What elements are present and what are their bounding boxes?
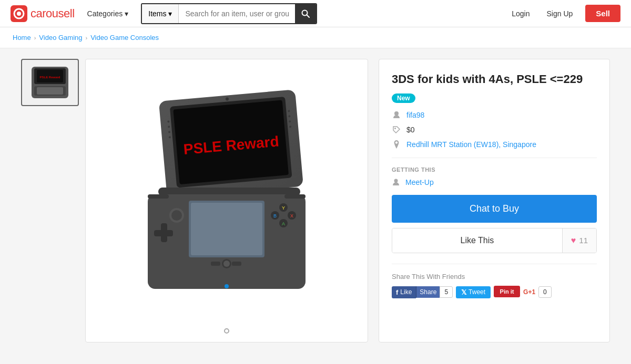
price-row: $0 — [392, 125, 597, 134]
user-icon — [392, 110, 401, 120]
login-button[interactable]: Login — [507, 9, 534, 18]
image-dot-indicator — [224, 328, 229, 334]
chevron-down-icon: ▾ — [168, 9, 172, 18]
search-icon — [301, 9, 310, 18]
pinterest-icon: Pin it — [494, 286, 520, 297]
location-icon — [392, 140, 401, 149]
search-area: Items ▾ — [141, 3, 317, 24]
svg-point-34 — [223, 261, 230, 267]
search-type-label: Items — [148, 9, 166, 18]
categories-label: Categories — [87, 9, 123, 18]
svg-rect-32 — [191, 203, 262, 255]
main-image-container: PSLE Reward — [85, 59, 368, 342]
svg-point-49 — [394, 128, 396, 129]
svg-text:X: X — [290, 213, 293, 219]
breadcrumb-subcategory[interactable]: Video Game Consoles — [90, 34, 159, 41]
svg-point-50 — [394, 179, 398, 182]
gplus-icon: G+1 — [523, 288, 535, 296]
meetup-icon — [392, 178, 400, 186]
twitter-icon: 𝕏 — [461, 288, 466, 296]
breadcrumb-category[interactable]: Video Gaming — [39, 34, 82, 41]
svg-text:A: A — [282, 221, 285, 226]
breadcrumb-home[interactable]: Home — [13, 34, 31, 41]
twitter-tweet-button[interactable]: 𝕏 Tweet — [456, 286, 491, 298]
price-icon — [392, 125, 401, 134]
image-section: PSLE Reward PSLE Rewa — [21, 59, 368, 342]
share-section: Share This With Friends f Like Share 5 𝕏… — [392, 264, 597, 299]
facebook-like-label: Like — [400, 288, 412, 296]
seller-name[interactable]: fifa98 — [406, 111, 424, 119]
svg-rect-44 — [232, 262, 241, 266]
svg-rect-28 — [154, 230, 173, 236]
like-number: 11 — [579, 236, 588, 245]
svg-rect-43 — [211, 262, 220, 266]
svg-rect-45 — [148, 194, 169, 199]
facebook-share-button[interactable]: Share — [416, 286, 440, 298]
thumbnail-column: PSLE Reward — [21, 59, 79, 342]
logo[interactable]: carousell — [11, 5, 75, 22]
price-value: $0 — [406, 126, 415, 134]
svg-point-30 — [171, 210, 182, 221]
pinterest-button[interactable]: Pin it — [494, 286, 520, 299]
main-content: PSLE Reward PSLE Rewa — [11, 59, 620, 342]
svg-text:PSLE Reward: PSLE Reward — [39, 76, 60, 79]
facebook-like-button[interactable]: f Like — [392, 286, 416, 298]
product-title: 3DS for kids with 4As, PSLE <=229 — [392, 72, 597, 87]
heart-icon: ♥ — [571, 236, 576, 245]
like-row: Like This ♥ 11 — [392, 228, 597, 253]
meetup-row: Meet-Up — [392, 178, 597, 186]
share-buttons: f Like Share 5 𝕏 Tweet Pin it — [392, 286, 597, 299]
facebook-share-group: f Like Share 5 — [392, 286, 453, 298]
location-link[interactable]: Redhill MRT Station (EW18), Singapore — [406, 140, 536, 149]
condition-badge: New — [392, 93, 415, 103]
divider — [392, 158, 597, 158]
gplus-count: 0 — [538, 286, 552, 298]
chevron-down-icon: ▾ — [125, 9, 128, 18]
product-info-panel: 3DS for kids with 4As, PSLE <=229 New fi… — [379, 59, 610, 342]
svg-text:B: B — [273, 213, 277, 219]
product-image: PSLE Reward — [116, 75, 337, 327]
location-row: Redhill MRT Station (EW18), Singapore — [392, 140, 597, 149]
svg-text:Y: Y — [282, 205, 285, 211]
thumbnail-image: PSLE Reward — [26, 64, 74, 101]
sell-button[interactable]: Sell — [585, 5, 620, 22]
svg-line-4 — [307, 15, 309, 17]
meetup-label: Meet-Up — [405, 178, 434, 186]
breadcrumb: Home › Video Gaming › Video Game Console… — [0, 27, 631, 48]
chat-to-buy-button[interactable]: Chat to Buy — [392, 195, 597, 223]
svg-rect-10 — [37, 87, 63, 95]
svg-text:Pin it: Pin it — [500, 288, 514, 295]
svg-point-48 — [394, 111, 399, 116]
like-this-button[interactable]: Like This — [392, 228, 562, 253]
svg-rect-46 — [284, 194, 306, 199]
facebook-icon: f — [396, 288, 398, 296]
categories-button[interactable]: Categories ▾ — [83, 4, 133, 23]
facebook-count: 5 — [440, 286, 453, 298]
location-value[interactable]: Redhill MRT Station (EW18), Singapore — [406, 140, 536, 149]
search-type-button[interactable]: Items ▾ — [142, 4, 179, 23]
signup-button[interactable]: Sign Up — [543, 9, 577, 18]
getting-this-label: GETTING THIS — [392, 167, 597, 173]
breadcrumb-separator: › — [86, 35, 88, 41]
seller-row: fifa98 — [392, 110, 597, 120]
logo-icon — [11, 5, 27, 22]
thumbnail-1[interactable]: PSLE Reward — [21, 59, 79, 106]
tweet-label: Tweet — [469, 288, 485, 296]
share-label: Share This With Friends — [392, 273, 597, 280]
like-count: ♥ 11 — [562, 228, 596, 253]
search-input[interactable] — [179, 4, 294, 23]
svg-point-2 — [17, 12, 21, 16]
logo-text: carousell — [30, 7, 75, 20]
search-button[interactable] — [295, 4, 316, 23]
breadcrumb-separator: › — [34, 35, 36, 41]
google-plus-button[interactable]: G+1 — [523, 288, 535, 296]
svg-point-47 — [225, 284, 229, 288]
